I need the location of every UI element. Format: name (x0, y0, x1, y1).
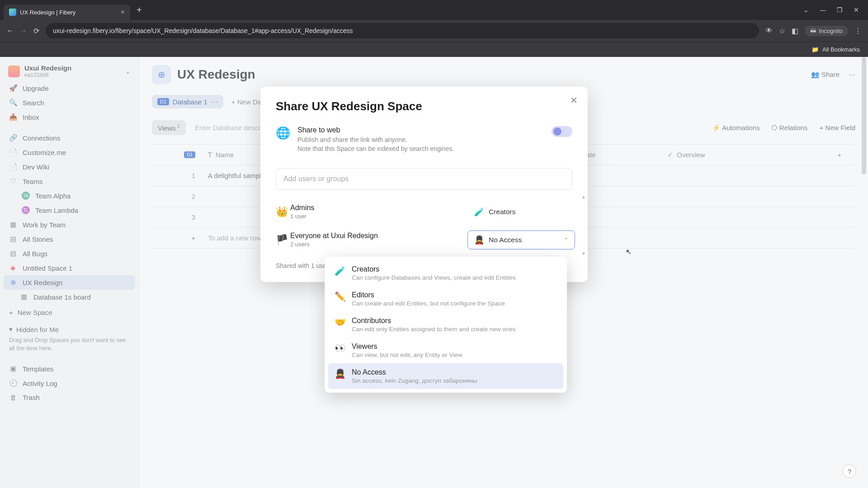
cursor-icon: ↖ (626, 248, 632, 256)
back-button[interactable]: ← (6, 27, 14, 35)
access-row-everyone: 🏴 Everyone at Uxui Redesign 2 users 💂 No… (276, 226, 575, 254)
tab-favicon (9, 9, 16, 16)
chevron-down-icon[interactable]: ⌄ (803, 6, 809, 14)
url-text: uxui-redesign.fibery.io/fibery/space/UX_… (53, 27, 353, 34)
test-tube-icon: 🧪 (474, 207, 484, 217)
browser-toolbar: ← → ⟳ uxui-redesign.fibery.io/fibery/spa… (0, 20, 868, 42)
role-dropdown: 🧪 CreatorsCan configure Databases and Vi… (325, 257, 567, 393)
role-option-no-access[interactable]: 💂 No AccessSin acceso, kein Zugang, дост… (328, 363, 563, 389)
incognito-icon: 🕶 (810, 28, 816, 34)
address-bar[interactable]: uxui-redesign.fibery.io/fibery/space/UX_… (46, 23, 759, 38)
scroll-up-icon[interactable]: ▴ (582, 193, 585, 200)
share-to-web-row: 🌐 Share to web Publish and share the lin… (260, 113, 588, 160)
flag-icon: 🏴 (276, 234, 290, 246)
incognito-badge: 🕶 Incognito (805, 26, 848, 36)
browser-tab[interactable]: UX Redesign | Fibery × (4, 5, 130, 20)
chevron-updown-icon: ⌃ (564, 237, 568, 243)
modal-overlay[interactable]: ✕ Share UX Redesign Space 🌐 Share to web… (0, 57, 868, 488)
globe-icon: 🌐 (276, 126, 290, 154)
add-users-input[interactable]: Add users or groups (276, 168, 572, 190)
role-select-everyone[interactable]: 💂 No Access ⌃ (467, 230, 575, 249)
scroll-down-icon[interactable]: ▾ (582, 250, 585, 257)
minimize-icon[interactable]: — (820, 6, 826, 14)
role-option-editors[interactable]: ✏️ EditorsCan create and edit Entities, … (328, 286, 563, 312)
maximize-icon[interactable]: ❐ (837, 6, 843, 14)
crown-icon: 👑 (276, 206, 290, 218)
guard-icon: 💂 (474, 235, 484, 245)
tab-title: UX Redesign | Fibery (20, 9, 117, 16)
eye-off-icon[interactable]: 👁 (765, 27, 773, 35)
app-viewport: Uxui Redesign ea131bb8 ⌄ 🚀Upgrade 🔍Searc… (0, 57, 868, 488)
new-tab-button[interactable]: + (137, 5, 142, 15)
role-select-admins[interactable]: 🧪 Creators (467, 202, 575, 221)
access-list: ▴ 👑 Admins 1 user 🧪 Creators 🏴 Ev (260, 190, 588, 254)
forward-button[interactable]: → (20, 27, 27, 35)
role-option-contributors[interactable]: 🤝 ContributorsCan edit only Entities ass… (328, 312, 563, 338)
close-window-icon[interactable]: ✕ (854, 6, 859, 14)
bookmark-star-icon[interactable]: ☆ (779, 27, 785, 35)
access-row-admins: 👑 Admins 1 user 🧪 Creators (276, 198, 575, 226)
share-modal: ✕ Share UX Redesign Space 🌐 Share to web… (260, 87, 588, 282)
modal-title: Share UX Redesign Space (260, 99, 588, 113)
handshake-icon: 🤝 (335, 317, 345, 328)
share-web-toggle[interactable] (552, 126, 572, 137)
bookmarks-bar: 📁 All Bookmarks (0, 42, 868, 57)
test-tube-icon: 🧪 (335, 265, 345, 276)
chrome-menu-icon[interactable]: ⋮ (854, 27, 862, 35)
role-option-creators[interactable]: 🧪 CreatorsCan configure Databases and Vi… (328, 260, 563, 286)
all-bookmarks-button[interactable]: All Bookmarks (822, 46, 860, 53)
close-tab-icon[interactable]: × (121, 8, 125, 16)
close-modal-button[interactable]: ✕ (570, 95, 578, 106)
browser-tab-bar: UX Redesign | Fibery × + ⌄ — ❐ ✕ (0, 0, 868, 20)
help-button[interactable]: ? (843, 465, 856, 478)
reload-button[interactable]: ⟳ (33, 27, 39, 35)
share-web-title: Share to web (297, 126, 454, 134)
role-option-viewers[interactable]: 👀 ViewersCan view, but not edit, any Ent… (328, 338, 563, 363)
window-controls: ⌄ — ❐ ✕ (803, 6, 864, 14)
guard-icon: 💂 (335, 368, 345, 379)
eyes-icon: 👀 (335, 343, 345, 353)
extensions-icon[interactable]: ◧ (792, 27, 798, 35)
folder-icon: 📁 (811, 46, 819, 53)
pencil-icon: ✏️ (335, 291, 345, 302)
share-web-desc: Publish and share the link with anyone.N… (297, 135, 454, 154)
